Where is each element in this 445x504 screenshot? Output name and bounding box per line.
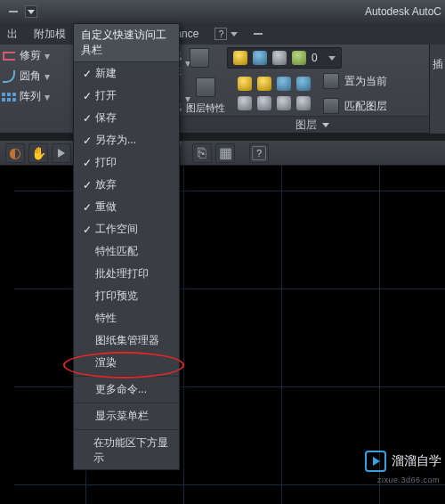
layers-icon <box>190 48 209 68</box>
set-current-icon <box>323 73 339 89</box>
tab-addon[interactable]: 附加模 <box>34 27 66 42</box>
menu-item-open[interactable]: ✓打开 <box>74 85 179 107</box>
menu-item-sheetset[interactable]: 图纸集管理器 <box>74 329 179 352</box>
layer-props-label: 图层特性 <box>186 102 225 113</box>
lock-icon[interactable] <box>257 96 271 110</box>
menu-item-matchprops[interactable]: 特性匹配 <box>74 240 179 263</box>
freeze-icon[interactable] <box>277 77 291 91</box>
lock-icon[interactable] <box>238 96 252 110</box>
menu-header: 自定义快速访问工具栏 <box>74 24 179 62</box>
plot-icon <box>292 51 306 65</box>
layer-state-combo[interactable]: 0 <box>227 47 342 69</box>
menu-item-undo[interactable]: ✓放弃 <box>74 174 179 196</box>
bulb-icon <box>233 51 247 65</box>
array-icon <box>2 93 16 102</box>
trim-label: 修剪 <box>20 48 41 63</box>
layer-panel: 0 图层特性 <box>179 45 445 133</box>
qat-icon <box>5 4 21 20</box>
tool-icon[interactable]: ◐ <box>5 143 25 163</box>
fillet-tool[interactable]: 圆角 ▾ <box>2 69 69 84</box>
match-layer-button[interactable]: 匹配图层 <box>323 98 387 114</box>
tool-icon[interactable]: ✋ <box>28 143 48 163</box>
pan-icon: ✋ <box>31 146 46 160</box>
set-current-button[interactable]: 置为当前 <box>323 73 387 89</box>
tool-icon[interactable]: ⎘ <box>192 143 212 163</box>
secondary-toolbar: ◐ ✋ ⎘ ▦ ? <box>0 141 445 166</box>
help-button[interactable]: ? <box>249 143 269 163</box>
watermark: 溜溜自学 <box>365 451 441 472</box>
layer-panel-title[interactable]: 图层 <box>179 116 445 133</box>
fillet-label: 圆角 <box>20 69 41 84</box>
ribbon-minimize[interactable] <box>254 33 263 35</box>
menu-item-morecmds[interactable]: 更多命令... <box>74 378 179 401</box>
menu-item-batchprint[interactable]: 批处理打印 <box>74 263 179 285</box>
modify-panel: 修剪 ▾ 圆角 ▾ 阵列 ▾ <box>0 45 71 133</box>
lock-icon <box>272 51 287 65</box>
menu-item-printpreview[interactable]: 打印预览 <box>74 285 179 307</box>
tool-icon[interactable]: ▦ <box>215 143 235 163</box>
chevron-down-icon <box>231 32 238 37</box>
array-tool[interactable]: 阵列 ▾ <box>2 89 69 104</box>
menu-item-saveas[interactable]: ✓另存为... <box>74 129 179 151</box>
chevron-down-icon <box>328 56 336 61</box>
set-current-label: 置为当前 <box>344 74 387 89</box>
annotation-highlight <box>63 352 184 378</box>
bulb-icon[interactable] <box>238 77 252 91</box>
bulb-icon[interactable] <box>257 77 271 91</box>
trim-tool[interactable]: 修剪 ▾ <box>2 48 69 63</box>
tool-icon[interactable] <box>52 143 71 163</box>
menu-item-print[interactable]: ✓打印 <box>74 151 179 174</box>
watermark-logo-icon <box>365 451 386 472</box>
tab-help[interactable]: ? <box>214 28 238 40</box>
menu-item-belowribbon[interactable]: 在功能区下方显示 <box>74 432 179 469</box>
fillet-icon <box>3 70 15 83</box>
menu-item-new[interactable]: ✓新建 <box>74 62 179 85</box>
ribbon-tab-bar: 出 附加模 BIM 360 Performance ? <box>0 23 445 45</box>
menu-item-save[interactable]: ✓保存 <box>74 107 179 129</box>
help-icon: ? <box>214 28 227 40</box>
match-layer-label: 匹配图层 <box>344 99 387 114</box>
play-icon <box>58 149 65 158</box>
match-layer-icon <box>323 98 339 114</box>
layers-stack-icon <box>196 77 215 97</box>
watermark-text: 溜溜自学 <box>392 453 441 469</box>
qat-dropdown-trigger[interactable] <box>25 5 37 18</box>
freeze-icon <box>253 51 267 65</box>
menu-item-showmenu[interactable]: 显示菜单栏 <box>74 405 179 427</box>
freeze-icon[interactable] <box>296 77 311 91</box>
help-icon: ? <box>252 146 266 160</box>
menu-item-props[interactable]: 特性 <box>74 307 179 329</box>
qat-customize-menu: 自定义快速访问工具栏 ✓新建 ✓打开 ✓保存 ✓另存为... ✓打印 ✓放弃 ✓… <box>73 23 180 470</box>
app-title: Autodesk AutoC <box>365 5 445 18</box>
menu-item-workspace[interactable]: ✓工作空间 <box>74 218 179 240</box>
layer-properties-button[interactable] <box>186 45 213 71</box>
chevron-down-icon <box>322 123 329 127</box>
lock-icon[interactable] <box>277 96 291 110</box>
trim-icon <box>3 52 15 61</box>
plugin-strip[interactable]: 插 <box>429 45 445 134</box>
menu-item-redo[interactable]: ✓重做 <box>74 196 179 218</box>
watermark-sub: zixue.3d66.com <box>377 476 440 484</box>
array-label: 阵列 <box>20 89 41 104</box>
lock-icon[interactable] <box>296 96 311 110</box>
tab-output[interactable]: 出 <box>7 27 18 42</box>
chevron-down-icon <box>28 10 35 14</box>
